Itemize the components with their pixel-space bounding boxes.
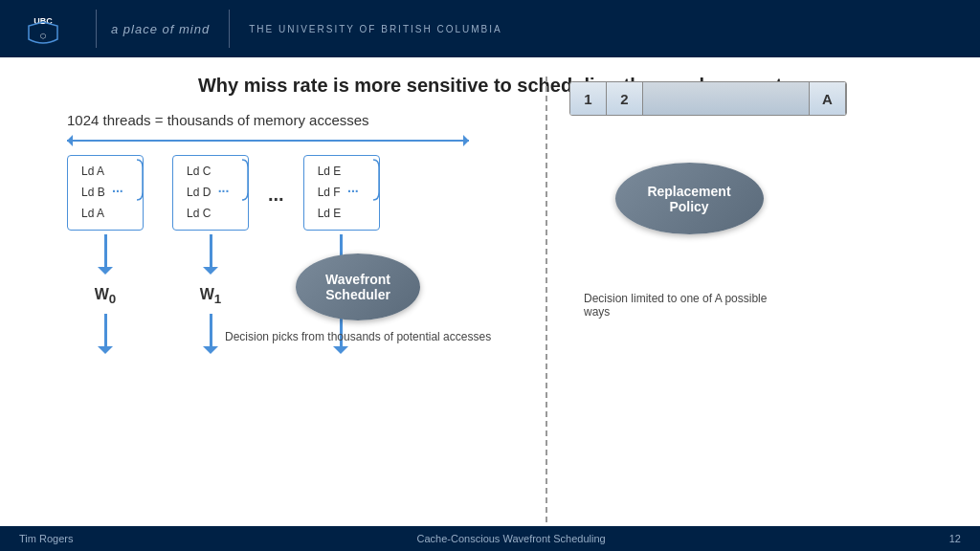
cache-cell-middle (643, 82, 810, 115)
footer-page-number: 12 (949, 533, 961, 544)
replacement-policy-oval: ReplacementPolicy (615, 163, 764, 234)
replacement-label: ReplacementPolicy (647, 184, 730, 214)
wf-1-arrow-section (210, 231, 212, 273)
wf-1-bottom-arrow-icon (210, 314, 212, 352)
ubc-logo-icon: UBC ⬡ (19, 5, 67, 53)
tagline-text: a place of mind (111, 22, 210, 36)
wf-line: Ld C (187, 204, 234, 223)
wf-box-1: Ld C Ld D ··· Ld C (172, 155, 249, 231)
wf-line: Ld A (81, 162, 129, 181)
wf-1-down-arrow-icon (210, 234, 212, 273)
replacement-section: ReplacementPolicy Decision limited to on… (584, 163, 794, 319)
wf-0-bottom-arrow-icon (104, 314, 107, 352)
wavefronts-area: Ld A Ld B ··· Ld A W0 Ld C Ld D ··· (67, 155, 942, 352)
bracket-icon (234, 156, 250, 230)
wf-line: Ld E (318, 204, 366, 223)
cache-bar: 1 2 A (569, 81, 847, 116)
wf-box-0: Ld A Ld B ··· Ld A (67, 155, 144, 231)
wf-label-1: W1 (200, 286, 222, 306)
wavefront-scheduler-oval: WavefrontScheduler (296, 253, 420, 320)
bracket-icon (129, 156, 145, 230)
wf-box-0-lines: Ld A Ld B ··· Ld A (81, 162, 129, 224)
cache-cell-2: 2 (607, 82, 643, 115)
wf-group-0: Ld A Ld B ··· Ld A W0 (67, 155, 144, 352)
dashed-divider (546, 77, 547, 522)
wf-0-down-arrow-icon (104, 234, 107, 273)
horizontal-arrow-icon (67, 140, 469, 142)
scheduler-label: WavefrontScheduler (325, 272, 390, 302)
wf-0-arrow-section (104, 231, 107, 273)
bracket-icon (366, 156, 381, 230)
decision-limited-text: Decision limited to one of A possible wa… (584, 292, 794, 319)
wf-line: Ld E (318, 162, 366, 181)
cache-cell-1: 1 (570, 82, 607, 115)
dots-between: ··· (268, 188, 284, 210)
threads-arrow (67, 132, 469, 149)
decision-picks-text: Decision picks from thousands of potenti… (225, 330, 491, 343)
wf-box-31: Ld E Ld F ··· Ld E (303, 155, 380, 231)
svg-rect-0 (19, 5, 67, 53)
cache-bar-container: 1 2 A (569, 81, 847, 116)
wf-line: Ld C (187, 162, 234, 181)
cache-cell-a: A (810, 82, 846, 115)
svg-text:⬡: ⬡ (40, 33, 46, 39)
wf-line: Ld A (81, 204, 129, 223)
scheduler-section: WavefrontScheduler Decision picks from t… (225, 244, 491, 343)
footer: Tim Rogers Cache-Conscious Wavefront Sch… (0, 526, 980, 551)
wf-line: Ld B ··· (81, 181, 129, 204)
wf-line: Ld D ··· (187, 181, 234, 204)
header: UBC ⬡ a place of mind THE UNIVERSITY OF … (0, 0, 980, 57)
footer-presentation-title: Cache-Conscious Wavefront Scheduling (417, 533, 606, 544)
wf-box-1-lines: Ld C Ld D ··· Ld C (187, 162, 234, 224)
wf-box-31-lines: Ld E Ld F ··· Ld E (318, 162, 366, 224)
footer-author: Tim Rogers (19, 533, 73, 544)
wf-label-0: W0 (95, 286, 117, 306)
header-divider2 (229, 10, 230, 48)
header-divider (96, 10, 97, 48)
wf-line: Ld F ··· (318, 181, 366, 204)
university-name: THE UNIVERSITY OF BRITISH COLUMBIA (249, 24, 502, 34)
slide-content: Why miss rate is more sensitive to sched… (0, 57, 980, 551)
